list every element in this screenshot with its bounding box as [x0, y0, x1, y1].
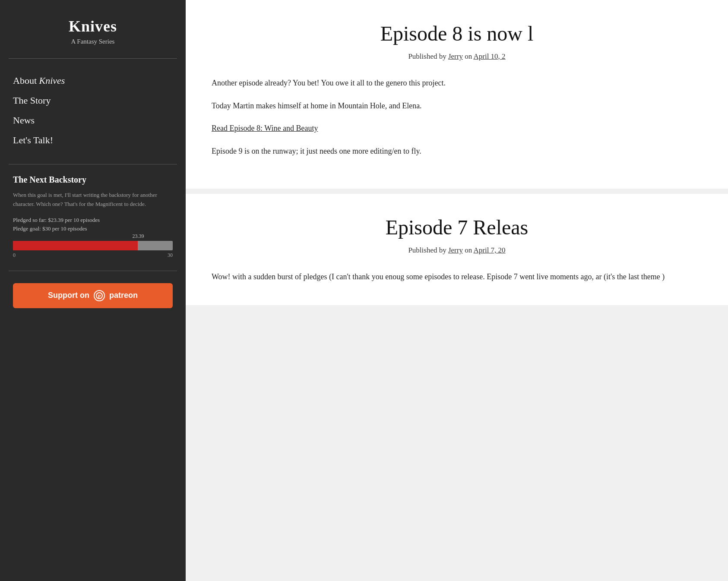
post-2-author-link[interactable]: Jerry	[448, 246, 463, 254]
post-1-title: Episode 8 is now l	[212, 22, 702, 45]
nav-menu: About Knives The Story News Let's Talk!	[0, 67, 186, 155]
divider-mid	[9, 164, 177, 164]
post-2-para-1: Wow! with a sudden burst of pledges (I c…	[212, 270, 702, 284]
nav-item-about[interactable]: About Knives	[13, 72, 173, 90]
post-1-read-link[interactable]: Read Episode 8: Wine and Beauty	[212, 122, 702, 135]
post-1-author-link[interactable]: Jerry	[448, 52, 463, 60]
progress-container: 23.39 0 30	[13, 241, 173, 259]
nav-link-story[interactable]: The Story	[13, 92, 173, 110]
patreon-word-label: patreon	[109, 291, 138, 300]
patreon-btn-label: Support on	[48, 291, 89, 300]
progress-bar-fill	[13, 241, 138, 250]
pledge-current: Pledged so far: $23.39 per 10 episodes	[13, 217, 173, 224]
divider-bottom	[9, 271, 177, 271]
svg-text:P: P	[98, 294, 101, 299]
post-1-body: Another episode already? You bet! You ow…	[212, 76, 702, 158]
patreon-icon: P	[94, 290, 105, 301]
backstory-title: The Next Backstory	[13, 175, 173, 185]
post-2-date-link[interactable]: April 7, 20	[473, 246, 505, 254]
nav-link-talk[interactable]: Let's Talk!	[13, 131, 173, 149]
progress-min: 0	[13, 252, 16, 259]
sidebar: Knives A Fantasy Series About Knives The…	[0, 0, 186, 581]
site-title: Knives	[9, 17, 177, 35]
nav-link-news[interactable]: News	[13, 111, 173, 129]
progress-axis: 0 30	[13, 252, 173, 259]
post-2: Episode 7 Releas Published by Jerry on A…	[186, 194, 728, 305]
main-content: Episode 8 is now l Published by Jerry on…	[186, 0, 728, 581]
site-subtitle: A Fantasy Series	[9, 38, 177, 45]
divider-top	[9, 58, 177, 59]
patreon-button[interactable]: Support on P patreon	[13, 283, 173, 308]
nav-item-news[interactable]: News	[13, 111, 173, 129]
read-ep8-link[interactable]: Read Episode 8: Wine and Beauty	[212, 124, 318, 133]
sidebar-header: Knives A Fantasy Series	[0, 0, 186, 58]
backstory-section: The Next Backstory When this goal is met…	[0, 175, 186, 259]
progress-max: 30	[168, 252, 173, 259]
nav-link-about[interactable]: About Knives	[13, 72, 173, 90]
nav-item-talk[interactable]: Let's Talk!	[13, 131, 173, 149]
post-2-body: Wow! with a sudden burst of pledges (I c…	[212, 270, 702, 284]
nav-item-story[interactable]: The Story	[13, 92, 173, 110]
post-2-meta: Published by Jerry on April 7, 20	[212, 246, 702, 255]
post-1-meta: Published by Jerry on April 10, 2	[212, 52, 702, 61]
pledge-goal: Pledge goal: $30 per 10 episodes	[13, 225, 173, 232]
backstory-description: When this goal is met, I'll start writin…	[13, 191, 173, 209]
progress-bar-background	[13, 241, 173, 250]
post-1-para-2: Today Martin makes himself at home in Mo…	[212, 99, 702, 113]
post-1-para-4: Episode 9 is on the runway; it just need…	[212, 145, 702, 158]
post-1-date-link[interactable]: April 10, 2	[473, 52, 505, 60]
post-2-title: Episode 7 Releas	[212, 215, 702, 239]
post-1: Episode 8 is now l Published by Jerry on…	[186, 0, 728, 189]
post-1-para-1: Another episode already? You bet! You ow…	[212, 76, 702, 90]
progress-value-label: 23.39	[132, 233, 144, 240]
